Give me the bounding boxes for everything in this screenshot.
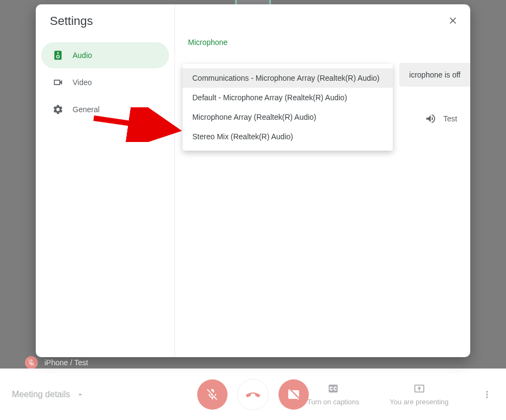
presenting-device-label: iPhone / Test bbox=[44, 358, 88, 367]
sidebar-item-video[interactable]: Video bbox=[41, 69, 169, 95]
hangup-button[interactable] bbox=[237, 379, 269, 410]
mic-muted-badge bbox=[25, 356, 38, 369]
microphone-dropdown[interactable]: Communications - Microphone Array (Realt… bbox=[183, 64, 393, 151]
mic-option[interactable]: Microphone Array (Realtek(R) Audio) bbox=[183, 107, 393, 127]
videocam-icon bbox=[52, 76, 64, 88]
chevron-up-icon bbox=[76, 390, 85, 399]
bottom-bar: Meeting details Turn on captions You are… bbox=[0, 369, 506, 420]
test-label: Test bbox=[443, 114, 457, 123]
speaker-icon bbox=[52, 49, 64, 61]
settings-content: Microphone icrophone is off Test Communi… bbox=[175, 4, 470, 357]
present-off-icon bbox=[287, 388, 300, 401]
captions-icon bbox=[327, 383, 339, 395]
meeting-details-label: Meeting details bbox=[12, 390, 70, 399]
speaker-test-button[interactable]: Test bbox=[425, 113, 457, 125]
close-icon bbox=[447, 15, 458, 26]
captions-label: Turn on captions bbox=[307, 398, 359, 406]
sidebar-item-label: Audio bbox=[73, 51, 92, 60]
mic-off-icon bbox=[206, 388, 219, 401]
sidebar-item-general[interactable]: General bbox=[41, 96, 169, 122]
mic-option[interactable]: Stereo Mix (Realtek(R) Audio) bbox=[183, 127, 393, 146]
captions-button[interactable]: Turn on captions bbox=[307, 383, 359, 406]
more-options-button[interactable] bbox=[479, 386, 495, 403]
volume-icon bbox=[425, 113, 437, 125]
present-button[interactable]: You are presenting bbox=[390, 383, 449, 406]
settings-dialog: Settings Audio Video bbox=[36, 4, 470, 357]
presenting-strip: iPhone / Test bbox=[0, 357, 506, 369]
present-label: You are presenting bbox=[390, 398, 449, 406]
sidebar-item-label: Video bbox=[73, 78, 92, 87]
more-vert-icon bbox=[482, 389, 492, 400]
sidebar-item-label: General bbox=[73, 105, 100, 114]
call-controls bbox=[197, 379, 309, 410]
gear-icon bbox=[52, 104, 64, 115]
present-icon bbox=[413, 383, 425, 395]
bottom-right-controls: Turn on captions You are presenting bbox=[307, 383, 506, 406]
mic-off-icon bbox=[28, 359, 35, 366]
sidebar-item-audio[interactable]: Audio bbox=[41, 42, 169, 68]
microphone-label: Microphone bbox=[188, 38, 457, 47]
mic-option[interactable]: Communications - Microphone Array (Realt… bbox=[183, 68, 393, 88]
mute-button[interactable] bbox=[197, 379, 228, 410]
settings-sidebar: Settings Audio Video bbox=[36, 4, 175, 357]
meeting-details-button[interactable]: Meeting details bbox=[0, 390, 85, 399]
settings-title: Settings bbox=[50, 14, 174, 28]
stop-presenting-button[interactable] bbox=[278, 379, 309, 410]
mic-option[interactable]: Default - Microphone Array (Realtek(R) A… bbox=[183, 88, 393, 107]
hangup-icon bbox=[245, 386, 261, 403]
close-button[interactable] bbox=[445, 13, 460, 28]
mic-off-notice: icrophone is off bbox=[399, 63, 470, 87]
